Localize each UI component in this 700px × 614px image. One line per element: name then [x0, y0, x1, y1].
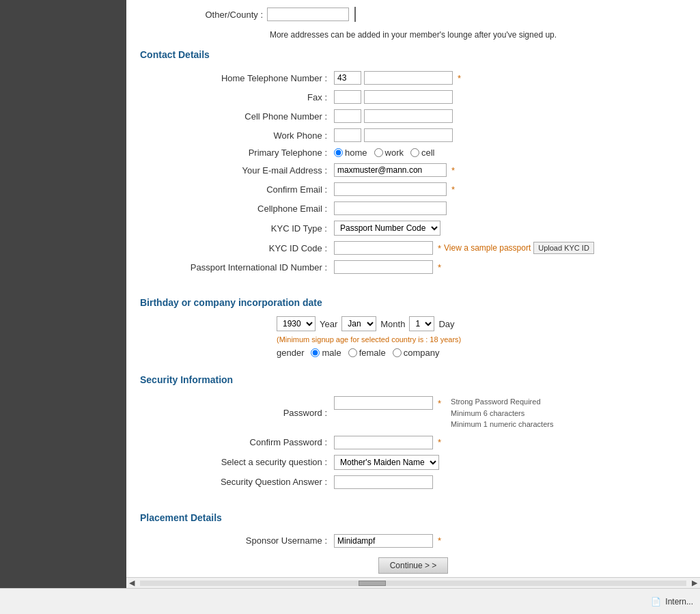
primary-home-option[interactable]: home [334, 148, 367, 158]
primary-work-option[interactable]: work [374, 148, 404, 158]
password-row: Password : * Strong Password Required Mi… [140, 393, 686, 433]
home-telephone-label: Home Telephone Number : [140, 68, 331, 87]
kyc-id-code-required: * [438, 243, 441, 253]
security-question-row: Select a security question : Mother's Ma… [140, 452, 686, 473]
cellphone-email-input[interactable] [334, 201, 447, 215]
month-select[interactable]: Jan Feb [341, 316, 376, 331]
work-area-input[interactable] [334, 128, 361, 142]
password-hint: Strong Password Required Minimum 6 chara… [451, 396, 553, 430]
bottom-bar: 📄 Intern... [0, 588, 700, 614]
birthday-note: (Minimum signup age for selected country… [140, 335, 686, 344]
gender-male-radio[interactable] [311, 348, 320, 357]
year-label: Year [320, 319, 337, 329]
placement-table: Sponsor Username : * [140, 531, 686, 550]
passport-intl-row: Passport International ID Number : * [140, 257, 686, 277]
password-hint-line2: Minimum 6 characters [451, 408, 553, 419]
security-question-select[interactable]: Mother's Maiden Name First pet's name Ci… [334, 455, 439, 470]
passport-intl-input[interactable] [334, 260, 433, 274]
confirm-email-input[interactable] [334, 182, 447, 196]
cell-phone-row: Cell Phone Number : [140, 107, 686, 126]
year-select[interactable]: 1930 1931 [277, 316, 316, 331]
primary-telephone-radio-group: home work cell [334, 148, 684, 158]
cell-phone-label: Cell Phone Number : [140, 107, 331, 126]
confirm-password-input[interactable] [334, 436, 433, 449]
main-content: Other/County : More addresses can be add… [126, 0, 700, 614]
work-number-input[interactable] [364, 128, 453, 142]
internet-label: Intern... [665, 597, 693, 606]
sponsor-required: * [438, 535, 441, 546]
email-required: * [451, 165, 455, 176]
fax-number-input[interactable] [364, 90, 453, 104]
birthday-row: 1930 1931 Year Jan Feb Month 1 2 Day [140, 316, 686, 331]
password-input[interactable] [334, 396, 433, 410]
scroll-track[interactable] [140, 581, 686, 586]
home-telephone-row: Home Telephone Number : * [140, 68, 686, 87]
contact-details-header: Contact Details [140, 49, 686, 60]
password-hint-line3: Minimum 1 numeric characters [451, 419, 553, 430]
confirm-password-row: Confirm Password : * [140, 433, 686, 452]
gender-label: gender [277, 348, 304, 358]
fax-area-input[interactable] [334, 90, 361, 104]
confirm-password-required: * [438, 437, 441, 447]
continue-button[interactable]: Continue > > [378, 557, 449, 574]
kyc-id-type-label: KYC ID Type : [140, 218, 331, 238]
page-icon: 📄 [651, 597, 661, 606]
day-select[interactable]: 1 2 [409, 316, 434, 331]
cellphone-email-row: Cellphone Email : [140, 199, 686, 218]
cellphone-email-label: Cellphone Email : [140, 199, 331, 218]
day-label: Day [438, 319, 454, 329]
home-telephone-area-input[interactable] [334, 71, 361, 85]
cell-number-input[interactable] [364, 109, 453, 123]
kyc-id-code-label: KYC ID Code : [140, 238, 331, 257]
birthday-header: Birthday or company incorporation date [140, 297, 686, 308]
primary-home-radio[interactable] [334, 148, 343, 157]
horizontal-scrollbar[interactable]: ◀ ▶ [126, 577, 700, 588]
email-row: Your E-mail Address : * [140, 161, 686, 180]
gender-female-radio[interactable] [348, 348, 357, 357]
scroll-right-arrow[interactable]: ▶ [689, 578, 700, 587]
security-answer-row: Security Question Answer : [140, 473, 686, 492]
security-table: Password : * Strong Password Required Mi… [140, 393, 686, 492]
scroll-left-arrow[interactable]: ◀ [126, 578, 137, 587]
home-telephone-required: * [458, 73, 461, 83]
kyc-id-code-row: KYC ID Code : * View a sample passport U… [140, 238, 686, 257]
home-telephone-number-input[interactable] [364, 71, 453, 85]
security-answer-input[interactable] [334, 475, 433, 489]
other-county-input[interactable] [267, 8, 349, 21]
kyc-id-type-select[interactable]: Passport Number Code National ID Driver'… [334, 221, 440, 236]
gender-company-option[interactable]: company [393, 348, 440, 358]
gender-male-option[interactable]: male [311, 348, 341, 358]
password-hint-line1: Strong Password Required [451, 396, 553, 408]
divider [354, 7, 356, 22]
gender-female-option[interactable]: female [348, 348, 386, 358]
month-label: Month [380, 319, 405, 329]
other-county-label: Other/County : [181, 10, 263, 20]
primary-cell-radio[interactable] [410, 148, 419, 157]
contact-details-table: Home Telephone Number : * Fax : Cell Pho [140, 68, 686, 277]
primary-telephone-row: Primary Telephone : home work cell [140, 145, 686, 161]
fax-label: Fax : [140, 87, 331, 107]
cell-area-input[interactable] [334, 109, 361, 123]
confirm-email-label: Confirm Email : [140, 180, 331, 199]
sponsor-row: Sponsor Username : * [140, 531, 686, 550]
kyc-id-code-input[interactable] [334, 241, 433, 255]
view-sample-link[interactable]: View a sample passport [444, 243, 531, 253]
upload-kyc-button[interactable]: Upload KYC ID [533, 242, 594, 254]
security-answer-label: Security Question Answer : [140, 473, 331, 492]
gender-row: gender male female company [140, 348, 686, 358]
passport-intl-required: * [438, 262, 441, 273]
scroll-thumb[interactable] [359, 581, 386, 586]
placement-header: Placement Details [140, 512, 686, 523]
email-label: Your E-mail Address : [140, 161, 331, 180]
work-phone-row: Work Phone : [140, 126, 686, 145]
gender-company-radio[interactable] [393, 348, 402, 357]
more-addresses-msg: More addresses can be added in your memb… [140, 30, 686, 40]
security-header: Security Information [140, 374, 686, 385]
primary-cell-option[interactable]: cell [410, 148, 435, 158]
kyc-id-type-row: KYC ID Type : Passport Number Code Natio… [140, 218, 686, 238]
passport-intl-label: Passport International ID Number : [140, 257, 331, 277]
email-input[interactable] [334, 163, 447, 177]
sponsor-username-input[interactable] [334, 534, 433, 548]
fax-row: Fax : [140, 87, 686, 107]
primary-work-radio[interactable] [374, 148, 383, 157]
